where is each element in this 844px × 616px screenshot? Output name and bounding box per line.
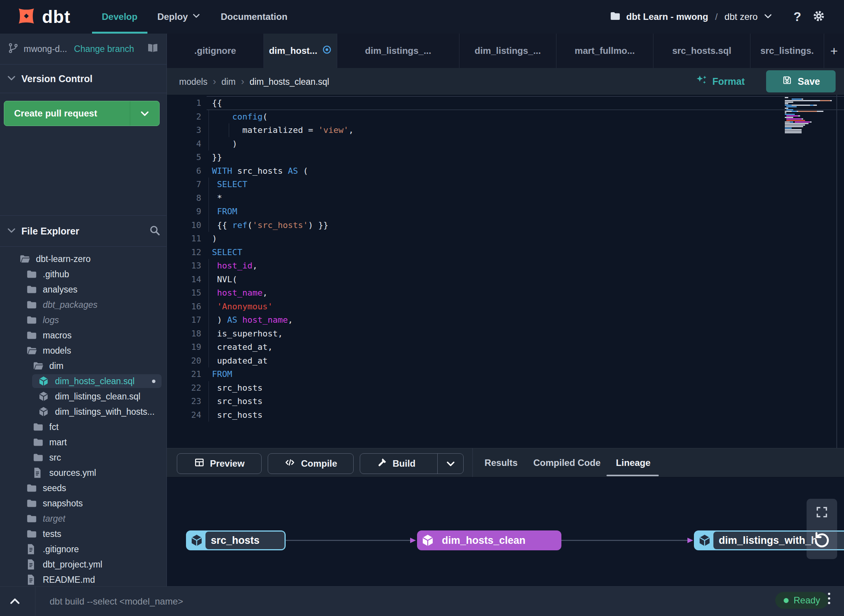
preview-button[interactable]: Preview <box>177 453 262 474</box>
code-text[interactable]: * <box>207 191 844 205</box>
tree-item[interactable]: sources.yml <box>0 465 167 480</box>
editor-tab[interactable]: dim_listings_... <box>459 34 556 68</box>
editor-tab[interactable]: .gitignore <box>167 34 264 68</box>
code-text[interactable]: {{ <box>207 96 844 110</box>
create-pull-request-button[interactable]: Create pull request <box>4 101 160 126</box>
code-editor[interactable]: 1{{2 config(3 materialized = 'view',4 )5… <box>167 95 844 448</box>
tree-item[interactable]: logs <box>0 312 167 328</box>
code-line[interactable]: 5}} <box>167 150 844 164</box>
panel-tab-lineage[interactable]: Lineage <box>605 448 662 477</box>
code-text[interactable]: src_hosts <box>207 394 844 408</box>
code-line[interactable]: 17 ) AS host_name, <box>167 313 844 327</box>
code-text[interactable]: host_id, <box>207 259 844 273</box>
editor-scrollbar[interactable] <box>836 95 837 448</box>
tree-item[interactable]: macros <box>0 328 167 343</box>
tree-item[interactable]: dim <box>0 358 167 373</box>
kebab-menu-icon[interactable] <box>828 593 830 604</box>
editor-tab[interactable]: dim_listings_... <box>337 34 459 68</box>
code-line[interactable]: 2 config( <box>167 110 844 124</box>
code-text[interactable]: SELECT <box>207 246 844 259</box>
tree-item[interactable]: dbt_project.yml <box>0 557 167 572</box>
settings-gear-icon[interactable] <box>812 9 826 24</box>
code-line[interactable]: 15 host_name, <box>167 286 844 300</box>
tree-item[interactable]: dbt_packages <box>0 297 167 312</box>
build-button[interactable]: Build <box>360 453 464 474</box>
code-line[interactable]: 10 {{ ref('src_hosts') }} <box>167 218 844 232</box>
code-text[interactable]: materialized = 'view', <box>207 123 844 137</box>
help-icon[interactable]: ? <box>794 10 801 24</box>
nav-develop[interactable]: Develop <box>92 0 147 34</box>
code-text[interactable]: ) AS host_name, <box>207 313 844 327</box>
breadcrumb-item[interactable]: dim_hosts_clean.sql <box>250 77 329 87</box>
tree-item[interactable]: README.md <box>0 572 167 586</box>
docs-book-icon[interactable] <box>146 42 159 56</box>
tree-item[interactable]: .github <box>0 267 167 282</box>
code-line[interactable]: 7 SELECT <box>167 178 844 191</box>
save-button[interactable]: Save <box>766 70 836 92</box>
dbt-logo[interactable]: dbt <box>15 0 71 34</box>
code-text[interactable]: is_superhost, <box>207 327 844 341</box>
version-control-header[interactable]: Version Control <box>0 65 167 93</box>
code-line[interactable]: 20 updated_at <box>167 354 844 368</box>
code-line[interactable]: 13 host_id, <box>167 259 844 273</box>
create-pr-dropdown[interactable] <box>130 101 159 126</box>
change-branch-link[interactable]: Change branch <box>74 44 134 54</box>
tree-item[interactable]: dbt-learn-zero <box>0 251 167 267</box>
breadcrumb-item[interactable]: models <box>179 77 207 87</box>
code-line[interactable]: 12SELECT <box>167 246 844 259</box>
code-text[interactable]: }} <box>207 150 844 164</box>
code-line[interactable]: 14 NVL( <box>167 273 844 286</box>
code-text[interactable]: created_at, <box>207 340 844 354</box>
code-line[interactable]: 3 materialized = 'view', <box>167 123 844 137</box>
lineage-node[interactable]: dim_hosts_clean <box>417 530 561 550</box>
chevron-down-icon[interactable] <box>763 11 773 23</box>
code-line[interactable]: 19 created_at, <box>167 340 844 354</box>
editor-tab[interactable]: mart_fullmo... <box>556 34 653 68</box>
code-text[interactable]: host_name, <box>207 286 844 300</box>
code-text[interactable]: SELECT <box>207 178 844 191</box>
tree-item[interactable]: dim_hosts_clean.sql <box>0 373 167 389</box>
editor-tab[interactable]: dim_host... <box>264 34 337 68</box>
fullscreen-icon[interactable] <box>815 505 829 521</box>
chevron-up-icon[interactable] <box>8 595 21 610</box>
search-icon[interactable] <box>149 224 161 238</box>
tree-item[interactable]: snapshots <box>0 496 167 511</box>
nav-deploy[interactable]: Deploy <box>147 0 211 34</box>
code-text[interactable]: FROM <box>207 205 844 218</box>
code-line[interactable]: 8 * <box>167 191 844 205</box>
environment-name[interactable]: dbt zero <box>724 11 758 22</box>
minimap[interactable] <box>785 97 838 134</box>
code-line[interactable]: 16 'Anonymous' <box>167 300 844 314</box>
code-text[interactable]: src_hosts <box>207 408 844 422</box>
panel-tab-compiled-code[interactable]: Compiled Code <box>530 448 604 477</box>
code-line[interactable]: 4 ) <box>167 137 844 151</box>
breadcrumb-item[interactable]: dim <box>222 77 236 87</box>
code-line[interactable]: 23 src_hosts <box>167 394 844 408</box>
format-button[interactable]: Format <box>695 74 745 89</box>
panel-tab-results[interactable]: Results <box>472 448 530 477</box>
code-line[interactable]: 24 src_hosts <box>167 408 844 422</box>
code-line[interactable]: 11) <box>167 232 844 246</box>
code-text[interactable]: 'Anonymous' <box>207 300 844 314</box>
tree-item[interactable]: src <box>0 450 167 465</box>
nav-documentation[interactable]: Documentation <box>211 0 298 34</box>
code-line[interactable]: 9 FROM <box>167 205 844 218</box>
lineage-graph[interactable]: src_hostsdim_hosts_cleandim_listings_wit… <box>167 477 844 586</box>
editor-tab[interactable]: src_hosts.sql <box>653 34 750 68</box>
file-explorer-header[interactable]: File Explorer <box>0 215 167 247</box>
code-text[interactable]: FROM <box>207 367 844 381</box>
code-text[interactable]: WITH src_hosts AS ( <box>207 164 844 178</box>
code-line[interactable]: 6WITH src_hosts AS ( <box>167 164 844 178</box>
lineage-node[interactable]: src_hosts <box>186 530 286 550</box>
command-input[interactable]: dbt build --select <model_name> <box>50 587 622 616</box>
code-text[interactable]: ) <box>207 137 844 151</box>
tree-item[interactable]: target <box>0 511 167 526</box>
editor-tab[interactable]: src_listings. <box>750 34 824 68</box>
build-dropdown[interactable] <box>437 454 463 474</box>
code-line[interactable]: 18 is_superhost, <box>167 327 844 341</box>
code-line[interactable]: 1{{ <box>167 96 844 110</box>
code-line[interactable]: 22 src_hosts <box>167 381 844 395</box>
compile-button[interactable]: Compile <box>268 453 354 474</box>
tree-item[interactable]: dim_listings_with_hosts... <box>0 404 167 419</box>
code-text[interactable]: updated_at <box>207 354 844 368</box>
